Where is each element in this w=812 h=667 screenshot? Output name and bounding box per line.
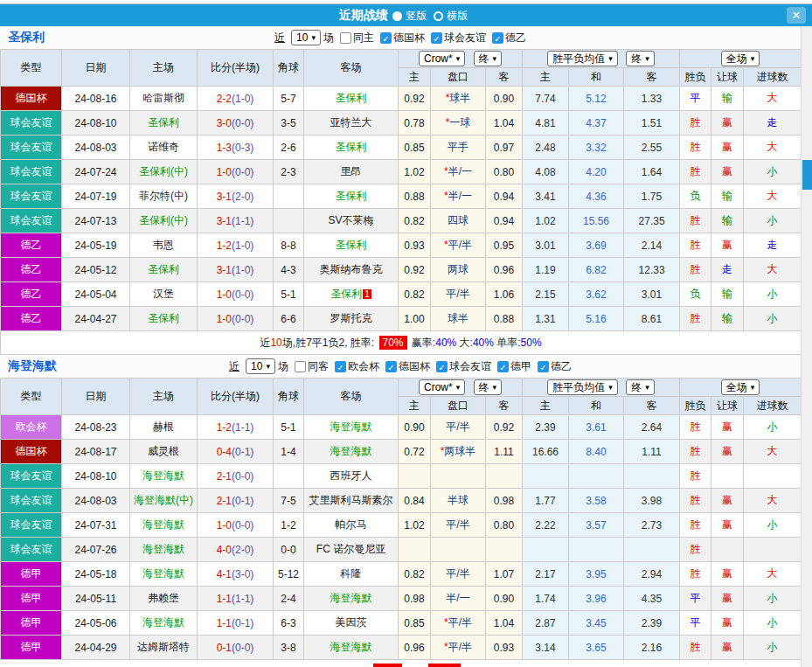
home-odds: 0.84 [399,489,431,513]
table-row: 德国杯24-08-17威灵根0-4(0-1)1-4海登海默0.72*两球半1.1… [1,440,802,464]
match-date: 24-08-03 [62,135,130,160]
corner-score: 6-6 [274,307,304,331]
away-odds: 0.93 [486,636,523,660]
avg-draw-odds: 4.37 [569,111,624,135]
away-odds: 1.06 [486,282,523,307]
league-checkbox[interactable]: ✓ [436,361,448,372]
halftime-score: (2-0) [232,191,253,203]
score-cell: 2-2(1-0) [198,87,274,111]
odds-stage-select[interactable]: 终▾ [474,379,503,395]
match-date: 24-08-16 [62,87,130,111]
score-cell: 4-0(2-0) [198,538,274,562]
odds-stage-select[interactable]: 终▾ [474,51,503,66]
home-team: 圣保利(中) [130,160,198,184]
away-team: 海登海默 [304,440,399,464]
league-checkbox[interactable]: ✓ [538,361,549,372]
away-team: 圣保利 [304,233,399,258]
league-checkbox[interactable]: ✓ [492,32,503,44]
handicap-result: 输 [711,307,744,331]
subcol-odds-away: 客 [486,68,523,87]
close-button[interactable]: ✕ [787,7,806,24]
competition-badge: 欧会杯 [1,415,62,440]
away-team-name: 圣保利 [336,190,367,202]
match-result: 胜 [680,464,711,489]
same-venue-checkbox[interactable] [295,361,306,372]
handicap-line: *一球 [431,111,486,135]
avg-stage-select[interactable]: 终▾ [626,51,655,66]
fulltime-select[interactable]: 全场▾ [721,51,760,66]
chevron-down-icon: ▾ [456,52,461,65]
halftime-score: (0-3) [232,142,253,154]
match-date: 24-08-23 [62,415,130,440]
home-team: 韦恩 [130,233,198,258]
away-odds: 0.98 [486,489,523,513]
corner-score: 2-3 [274,160,304,184]
halftime-score: (0-1) [232,446,253,458]
filter-controls: 近10▾场同主✓德国杯✓球会友谊✓德乙 [274,30,526,45]
fulltime-score: 1-1 [217,593,232,605]
competition-badge: 德乙 [1,258,62,282]
avg-draw-odds: 3.57 [569,513,624,538]
handicap-line: *半/一 [431,184,486,209]
chevron-down-icon: ▾ [266,360,270,372]
match-date: 24-08-17 [62,440,130,464]
corner-score: 3-8 [274,636,304,660]
score-cell: 1-0(0-0) [198,160,274,184]
league-checkbox[interactable]: ✓ [497,361,509,372]
competition-badge: 德乙 [1,282,62,307]
away-odds: 0.92 [486,415,523,440]
match-result: 胜 [680,562,711,587]
scrollbar-track[interactable] [801,26,812,667]
odds-source-select[interactable]: Crow*▾ [419,51,465,66]
corner-score [274,464,304,489]
away-team-name: 科隆 [341,567,362,580]
summary-text: 10 [270,337,281,349]
goals-result: 小 [744,513,802,538]
avg-source-select[interactable]: 胜平负均值▾ [547,51,618,66]
avg-away-odds: 2.94 [624,562,680,587]
league-checkbox[interactable]: ✓ [385,361,397,372]
league-checkbox[interactable]: ✓ [431,32,442,44]
odds-stage-value: 终 [479,52,489,65]
layout-radio-selected[interactable] [392,11,402,21]
corner-score: 3-5 [274,111,304,135]
avg-stage-select[interactable]: 终▾ [626,379,655,395]
layout-radio[interactable] [434,11,443,21]
league-label: 德乙 [551,359,572,374]
handicap-result: 走 [711,258,744,282]
goals-result: 小 [744,611,802,636]
away-odds: 0.88 [486,307,523,331]
chevron-down-icon: ▾ [751,52,755,65]
recent-link[interactable]: 近 [229,359,239,374]
halftime-score: (0-1) [232,617,253,629]
same-venue-checkbox[interactable] [340,32,351,44]
fulltime-select[interactable]: 全场▾ [721,379,760,395]
goals-result: 大 [744,489,802,513]
match-result: 负 [680,184,711,209]
home-odds: 0.82 [399,562,431,587]
handicap-text: 平手 [448,141,468,153]
scrollbar-thumb[interactable] [802,160,812,190]
avg-stage-value: 终 [631,381,642,393]
match-date: 24-08-03 [62,489,130,513]
handicap-text: 球半 [448,312,468,324]
games-count-select[interactable]: 10▾ [291,30,321,45]
avg-source-select[interactable]: 胜平负均值▾ [547,379,618,395]
home-odds: 1.00 [399,307,431,331]
chevron-down-icon: ▾ [645,381,649,393]
fulltime-score: 3-1 [217,264,232,276]
recent-link[interactable]: 近 [274,31,285,45]
avg-draw-odds: 3.58 [569,489,624,513]
avg-away-odds: 8.61 [624,307,680,331]
league-checkbox[interactable]: ✓ [335,361,346,372]
layout-radio-label[interactable]: 横版 [447,10,468,22]
odds-source-select[interactable]: Crow*▾ [419,379,465,395]
league-checkbox[interactable]: ✓ [380,32,392,44]
games-count-select[interactable]: 10▾ [246,358,275,374]
score-cell: 3-1(1-0) [198,258,274,282]
handicap-line: *平/半 [431,636,486,660]
score-cell: 3-0(0-0) [198,111,274,135]
handicap-result: 赢 [711,160,744,184]
home-odds: 0.78 [399,111,431,135]
layout-radio-label[interactable]: 竖版 [406,10,427,22]
